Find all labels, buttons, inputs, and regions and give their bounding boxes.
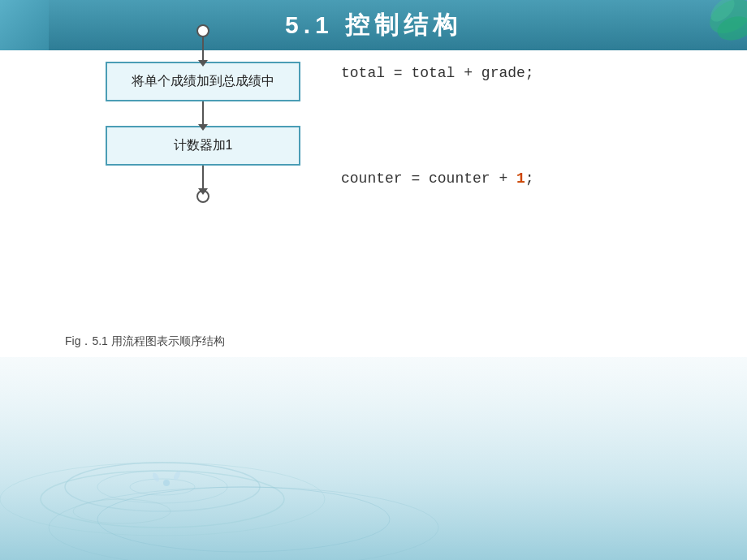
water-background	[0, 357, 747, 560]
slide: 5.1 控制结构	[0, 0, 747, 560]
arrow-2	[202, 101, 204, 126]
code-line-2-prefix: counter = counter +	[341, 170, 516, 187]
fig-caption: Fig．5.1 用流程图表示顺序结构	[65, 334, 225, 349]
code-line-2: counter = counter + 1;	[341, 170, 666, 187]
leaf-decoration	[674, 0, 747, 50]
code-line-2-suffix: ;	[525, 170, 534, 187]
arrow-3	[202, 166, 204, 190]
arrow-1	[202, 37, 204, 62]
code-line-1-text: total = total + grade;	[341, 65, 534, 81]
code-line-1: total = total + grade;	[341, 65, 666, 81]
svg-point-12	[163, 480, 170, 486]
process-box-1: 将单个成绩加到总成绩中	[106, 62, 300, 101]
flowchart: 将单个成绩加到总成绩中 计数器加1	[73, 24, 333, 203]
flowchart-start-circle	[196, 24, 209, 37]
code-line-2-number: 1	[516, 170, 525, 187]
diagram-area: 将单个成绩加到总成绩中 计数器加1 total = total + grade;…	[65, 16, 633, 308]
code-area: total = total + grade; counter = counter…	[341, 65, 666, 193]
svg-rect-3	[0, 357, 747, 560]
process-box-2: 计数器加1	[106, 126, 300, 166]
